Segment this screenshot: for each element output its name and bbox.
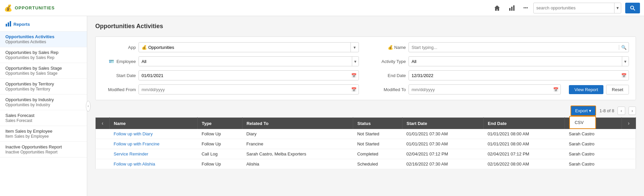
sidebar-item-sales-forecast[interactable]: Sales Forecast Sales Forecast [0,110,87,126]
sidebar-item-title: Opportunities by Industry [5,97,82,102]
export-label: Export [575,108,588,113]
sidebar-item-item-sales-by-employee[interactable]: Item Sales by Employee Item Sales by Emp… [0,126,87,142]
topbar: 💰 OPPORTUNITIES ••• ▾ [0,0,644,16]
sidebar-item-subtitle: Opportunities by Industry [5,103,82,107]
sidebar-item-opportunities-activities[interactable]: Opportunities Activities Opportunities A… [0,31,87,47]
row-name-link[interactable]: Follow up with Alishia [114,161,155,167]
modified-from-label: Modified From [102,87,136,92]
table-nav-prev[interactable]: ‹ [100,120,105,126]
row-nav-next-cell [622,129,636,139]
sidebar-item-title: Inactive Opportunities Report [5,144,82,149]
table-body: Follow up with Diary Follow Up Diary Not… [96,129,636,169]
name-search-icon[interactable]: 🔍 [619,45,629,50]
form-grid: App 💰 Opportunities ▾ 💰 Name [102,42,629,94]
start-date-input[interactable] [139,73,349,78]
view-report-button[interactable]: View Report [569,85,603,94]
next-page-button[interactable]: › [629,107,636,115]
collapse-handle: ‹ [86,16,91,196]
row-end-date: 01/01/2021 08:00 AM [484,129,565,139]
name-input-wrapper: 🔍 [409,42,629,52]
row-type: Follow Up [198,159,243,169]
table-row: Follow up with Diary Follow Up Diary Not… [96,129,636,139]
sidebar-item-title: Sales Forecast [5,113,82,118]
table-row: Service Reminder Call Log Sarah Castro, … [96,149,636,159]
main-layout: Reports Opportunities Activities Opportu… [0,16,644,196]
search-dropdown-button[interactable]: ▾ [614,3,621,13]
svg-rect-1 [511,7,513,11]
row-type: Follow Up [198,129,243,139]
row-status: Not Started [353,129,402,139]
sidebar-item-opportunities-by-sales-rep[interactable]: Opportunities by Sales Rep Opportunities… [0,47,87,63]
end-date-label: End Date [372,73,406,78]
svg-point-3 [631,6,634,9]
search-input[interactable] [534,5,614,10]
row-name-link[interactable]: Service Reminder [114,151,148,156]
name-label: 💰 Name [372,45,406,50]
search-go-button[interactable] [625,3,640,13]
collapse-button[interactable]: ‹ [86,101,91,112]
modified-to-input[interactable] [409,87,551,92]
modified-to-input-wrapper: 📅 [409,84,561,94]
row-name-link[interactable]: Follow up with Francine [114,141,160,146]
prev-page-button[interactable]: ‹ [618,107,625,115]
sidebar-item-opportunities-by-sales-stage[interactable]: Opportunities by Sales Stage Opportuniti… [0,63,87,79]
modified-from-calendar-icon[interactable]: 📅 [349,87,359,92]
sidebar-item-opportunities-by-industry[interactable]: Opportunities by Industry Opportunities … [0,94,87,110]
sidebar-item-opportunities-by-territory[interactable]: Opportunities by Territory Opportunities… [0,79,87,94]
sidebar-item-inactive-opportunities-report[interactable]: Inactive Opportunities Report Inactive O… [0,142,87,157]
svg-rect-7 [10,21,11,26]
modified-from-form-row: Modified From 📅 [102,84,359,94]
row-name-link[interactable]: Follow up with Diary [114,131,153,136]
employee-dropdown-button[interactable]: ▾ [352,57,359,66]
export-csv-item[interactable]: CSV [570,118,595,127]
export-dropdown: CSV [569,116,596,129]
activity-type-input[interactable] [409,59,622,64]
row-related-to: Alishia [242,159,353,169]
employee-icon: 🪪 [109,59,114,64]
modified-to-form-row: Modified To 📅 View Report Reset [372,84,629,94]
row-status: Scheduled [353,159,402,169]
home-button[interactable] [491,3,503,13]
row-name: Follow up with Alishia [110,159,198,169]
chart-button[interactable] [506,3,518,13]
end-date-input-wrapper: 📅 [409,70,629,80]
export-btn-wrapper: Export ▾ CSV [571,106,596,116]
name-input[interactable] [409,45,619,50]
content-area: Opportunities Activities App 💰 Opportuni… [87,16,644,196]
sidebar-item-subtitle: Opportunities by Sales Stage [5,71,82,76]
employee-form-row: 🪪 Employee ▾ [102,56,359,66]
app-bag-icon: 💰 [142,45,147,50]
row-name: Follow up with Diary [110,129,198,139]
sidebar: Reports Opportunities Activities Opportu… [0,16,87,196]
app-form-row: App 💰 Opportunities ▾ [102,42,359,52]
row-start-date: 02/04/2021 07:12 PM [402,149,484,159]
end-date-input[interactable] [409,73,619,78]
modified-to-calendar-icon[interactable]: 📅 [551,87,560,92]
export-button[interactable]: Export ▾ [571,106,596,116]
sidebar-title: Reports [13,22,30,27]
table-header-start-date: Start Date [402,118,484,129]
app-select-wrapper: 💰 Opportunities ▾ [139,42,359,52]
activity-type-label: Activity Type [372,59,406,64]
end-date-calendar-icon[interactable]: 📅 [619,73,629,78]
start-date-form-row: Start Date 📅 [102,70,359,80]
export-arrow-icon: ▾ [589,108,591,113]
row-start-date: 02/16/2022 07:30 AM [402,159,484,169]
row-nav-next-cell [622,139,636,149]
reset-button[interactable]: Reset [606,85,629,94]
row-type: Call Log [198,149,243,159]
more-button[interactable]: ••• [521,4,531,12]
app-dropdown-button[interactable]: ▾ [351,43,359,52]
start-date-calendar-icon[interactable]: 📅 [349,73,359,78]
svg-line-4 [633,9,635,10]
row-related-to: Sarah Castro, Melba Exporters [242,149,353,159]
employee-input[interactable] [139,59,352,64]
sidebar-item-title: Opportunities Activities [5,34,82,39]
row-assigned-by: Sarah Castro [565,139,622,149]
activity-type-form-row: Activity Type ▾ [372,56,629,66]
sidebar-item-title: Opportunities by Sales Stage [5,66,82,71]
table-nav-next[interactable]: › [626,120,632,126]
activity-type-dropdown-button[interactable]: ▾ [622,57,629,66]
data-table: ‹NameTypeRelated ToStatusStart DateEnd D… [95,117,636,169]
modified-from-input[interactable] [139,87,349,92]
